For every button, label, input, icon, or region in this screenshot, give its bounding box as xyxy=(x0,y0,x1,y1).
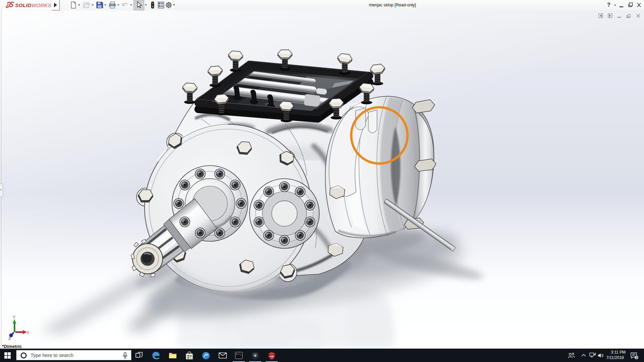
svg-text:3: 3 xyxy=(636,356,638,360)
svg-text:SOLIDWORKS: SOLIDWORKS xyxy=(15,2,51,8)
svg-text:X: X xyxy=(27,330,29,335)
svg-text:C:\_: C:\_ xyxy=(236,353,243,356)
svg-text:Y: Y xyxy=(13,315,15,319)
svg-text:Z: Z xyxy=(8,337,11,340)
svg-text:2017: 2017 xyxy=(270,358,274,360)
